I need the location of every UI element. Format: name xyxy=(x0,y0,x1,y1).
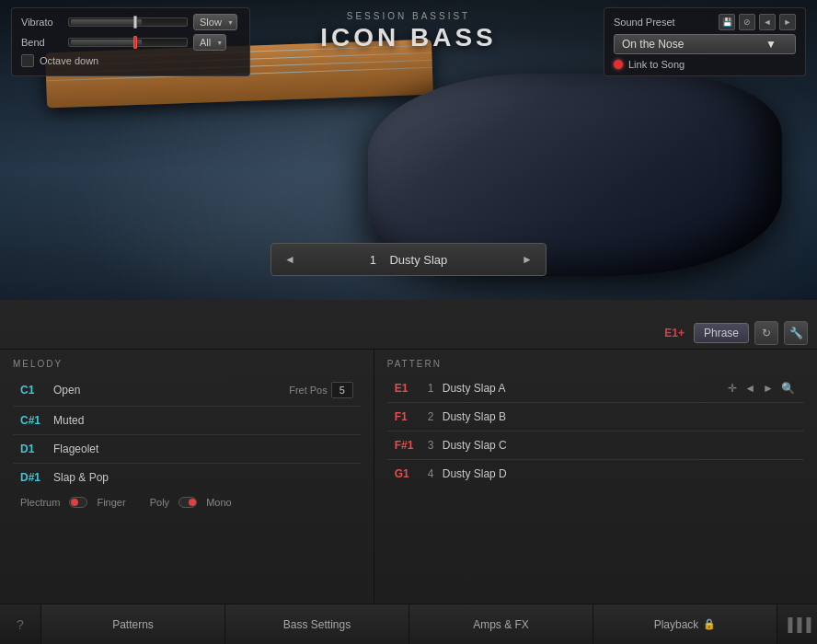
pattern-name-2: Dusty Slap B xyxy=(443,410,797,423)
pattern-note-2: F1 xyxy=(395,410,428,423)
melody-note-1: C1 xyxy=(20,384,53,397)
vibrato-thumb xyxy=(133,16,137,29)
nav-bar: ? Patterns Bass Settings Amps & FX Playb… xyxy=(0,604,817,644)
toggle-inner xyxy=(71,499,78,506)
vibrato-slider[interactable] xyxy=(68,17,188,27)
prev-preset-btn[interactable]: ◄ xyxy=(759,14,776,30)
pattern-search-btn-1[interactable]: 🔍 xyxy=(779,382,797,395)
left-controls-panel: Vibrato Slow Bend All xyxy=(11,7,250,76)
session-bassist-label: SESSION BASSIST xyxy=(320,11,497,21)
sound-preset-header: Sound Preset 💾 ⊘ ◄ ► xyxy=(614,14,796,30)
icon-bass-label: ICON BASS xyxy=(320,23,497,52)
refresh-btn[interactable]: ↻ xyxy=(754,321,778,345)
pattern-name-1: Dusty Slap A xyxy=(443,382,726,395)
top-controls: Vibrato Slow Bend All xyxy=(0,0,817,84)
melody-item-3[interactable]: D1 Flageolet xyxy=(13,437,361,461)
pattern-current: 1 Dusty Slap xyxy=(370,253,448,267)
preset-dropdown[interactable]: On the Nose ▼ xyxy=(614,34,796,54)
octave-checkbox[interactable] xyxy=(21,54,34,67)
melody-name-1: Open xyxy=(53,384,289,397)
vibrato-row: Vibrato Slow xyxy=(21,14,240,30)
pattern-panel-title: PATTERN xyxy=(387,359,804,369)
melody-panel: MELODY C1 Open Fret Pos 5 C#1 Muted xyxy=(0,350,374,604)
toggle-inner-2 xyxy=(189,499,196,506)
pattern-num-1: 1 xyxy=(428,382,443,395)
finger-label: Finger xyxy=(97,497,125,508)
sep-1 xyxy=(13,406,361,407)
pattern-next-btn[interactable]: ► xyxy=(518,253,536,266)
tab-amps-fx-label: Amps & FX xyxy=(473,618,529,631)
tab-bass-settings[interactable]: Bass Settings xyxy=(224,604,408,644)
bend-slider[interactable] xyxy=(68,38,188,47)
clear-preset-btn[interactable]: ⊘ xyxy=(739,14,755,30)
melody-note-4: D#1 xyxy=(20,471,53,484)
main-container: Vibrato Slow Bend All xyxy=(0,0,817,644)
melody-item-4[interactable]: D#1 Slap & Pop xyxy=(13,466,361,489)
tab-amps-fx[interactable]: Amps & FX xyxy=(408,604,593,644)
pattern-move-btn-1[interactable]: ✛ xyxy=(726,382,739,395)
melody-note-3: D1 xyxy=(20,443,53,455)
center-title: SESSION BASSIST ICON BASS xyxy=(320,11,497,52)
pattern-num: 1 xyxy=(370,253,376,267)
pattern-note-1: E1 xyxy=(395,382,428,395)
bend-thumb xyxy=(133,36,137,49)
vibrato-label: Vibrato xyxy=(21,17,63,28)
sep-2 xyxy=(13,434,361,435)
pattern-num-4: 4 xyxy=(428,467,443,480)
save-preset-btn[interactable]: 💾 xyxy=(719,14,735,30)
preset-icon-group: 💾 ⊘ ◄ ► xyxy=(719,14,796,30)
pattern-item-4[interactable]: G1 4 Dusty Slap D xyxy=(387,462,804,486)
mono-label: Mono xyxy=(206,497,232,508)
mixer-btn[interactable]: ▐▐▐ xyxy=(777,604,817,644)
link-to-song-label: Link to Song xyxy=(628,59,685,70)
pattern-prev-btn-1[interactable]: ◄ xyxy=(742,382,757,395)
poly-mono-toggle[interactable] xyxy=(178,497,197,508)
bend-mode-dropdown[interactable]: All xyxy=(193,34,226,51)
preset-name: On the Nose xyxy=(622,38,684,51)
melody-item-1[interactable]: C1 Open Fret Pos 5 xyxy=(13,376,361,404)
tab-bass-settings-label: Bass Settings xyxy=(283,618,351,631)
pattern-name-3: Dusty Slap C xyxy=(443,439,797,452)
pattern-note-3: F#1 xyxy=(395,439,428,452)
pattern-item-2[interactable]: F1 2 Dusty Slap B xyxy=(387,405,804,429)
fret-pos-value[interactable]: 5 xyxy=(331,382,353,398)
next-preset-btn[interactable]: ► xyxy=(779,14,796,30)
phrase-button[interactable]: Phrase xyxy=(694,323,749,343)
bend-row: Bend All xyxy=(21,34,240,51)
link-to-song-row: Link to Song xyxy=(614,59,796,70)
psep-1 xyxy=(387,402,804,403)
pattern-num-2: 2 xyxy=(428,410,443,423)
plectrum-label: Plectrum xyxy=(20,497,60,508)
bend-label: Bend xyxy=(21,37,63,48)
plectrum-finger-toggle[interactable] xyxy=(69,497,87,508)
sep-3 xyxy=(13,463,361,464)
melody-item-2[interactable]: C#1 Muted xyxy=(13,408,361,432)
pattern-note-4: G1 xyxy=(395,467,428,480)
tab-playback[interactable]: Playback 🔒 xyxy=(593,604,777,644)
e1-label: E1+ xyxy=(664,327,685,339)
pattern-actions-1: ✛ ◄ ► 🔍 xyxy=(726,382,797,395)
pattern-item-1[interactable]: E1 1 Dusty Slap A ✛ ◄ ► 🔍 xyxy=(387,376,804,400)
vibrato-speed-dropdown[interactable]: Slow xyxy=(193,14,237,30)
lock-icon: 🔒 xyxy=(703,618,716,630)
melody-name-3: Flageolet xyxy=(53,443,353,455)
pattern-item-3[interactable]: F#1 3 Dusty Slap C xyxy=(387,433,804,457)
psep-3 xyxy=(387,459,804,460)
pattern-next-btn-1[interactable]: ► xyxy=(761,382,776,395)
melody-footer: Plectrum Finger Poly Mono xyxy=(13,491,361,513)
content-topbar: E1+ Phrase ↻ 🔧 xyxy=(0,316,817,350)
sound-preset-label-text: Sound Preset xyxy=(614,17,675,28)
bend-fill xyxy=(71,40,142,45)
melody-name-4: Slap & Pop xyxy=(53,471,353,484)
wrench-btn[interactable]: 🔧 xyxy=(784,321,808,345)
pattern-name-text: Dusty Slap xyxy=(389,253,447,267)
bottom-content: ◄ 1 Dusty Slap ► E1+ Phrase ↻ 🔧 MELODY C… xyxy=(0,300,817,604)
pattern-prev-btn[interactable]: ◄ xyxy=(281,253,299,266)
pattern-panel: PATTERN E1 1 Dusty Slap A ✛ ◄ ► 🔍 xyxy=(374,350,817,604)
tab-patterns[interactable]: Patterns xyxy=(40,604,224,644)
fret-pos-container: Fret Pos 5 xyxy=(289,382,353,398)
help-btn[interactable]: ? xyxy=(0,604,40,644)
tab-playback-label: Playback xyxy=(654,618,699,631)
hero-area: Vibrato Slow Bend All xyxy=(0,0,817,340)
link-indicator xyxy=(614,60,623,69)
